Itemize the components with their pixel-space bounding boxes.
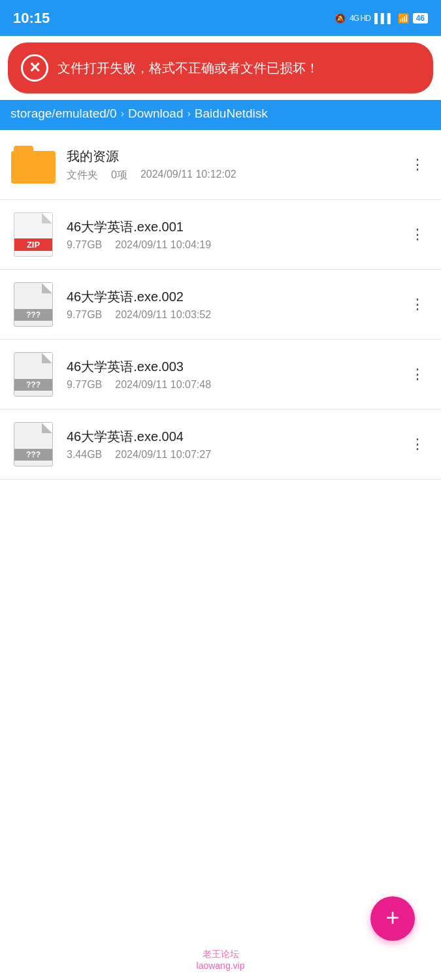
signal-text: 4G HD	[350, 14, 370, 23]
file-date: 2024/09/11 10:07:27	[115, 449, 211, 461]
more-button[interactable]: ⋮	[405, 365, 431, 384]
file-name: 46大学英语.exe.002	[67, 288, 395, 306]
file-info: 我的资源文件夹0项2024/09/11 10:12:02	[67, 148, 395, 182]
status-bar: 10:15 🔕 4G HD ▌▌▌ 📶 46	[0, 0, 441, 36]
mute-icon: 🔕	[335, 13, 346, 24]
list-item[interactable]: ???46大学英语.exe.0043.44GB2024/09/11 10:07:…	[0, 410, 441, 480]
file-size: 3.44GB	[67, 449, 102, 461]
error-icon: ✕	[21, 54, 48, 82]
wifi-icon: 📶	[398, 13, 409, 24]
file-info: 46大学英语.exe.0019.77GB2024/09/11 10:04:19	[67, 218, 395, 251]
breadcrumb-path3[interactable]: BaiduNetdisk	[195, 106, 268, 121]
file-name: 46大学英语.exe.004	[67, 428, 395, 446]
file-name: 46大学英语.exe.003	[67, 358, 395, 376]
file-meta: 9.77GB2024/09/11 10:07:48	[67, 379, 395, 391]
error-banner: ✕ 文件打开失败，格式不正确或者文件已损坏！	[8, 42, 433, 93]
list-item[interactable]: ZIP46大学英语.exe.0019.77GB2024/09/11 10:04:…	[0, 200, 441, 270]
file-count: 0项	[111, 169, 127, 182]
add-icon: +	[385, 906, 399, 930]
unknown-icon: ???	[10, 282, 56, 327]
file-meta: 9.77GB2024/09/11 10:03:52	[67, 309, 395, 321]
breadcrumb-sep1: ›	[121, 108, 124, 120]
more-button[interactable]: ⋮	[405, 225, 431, 244]
file-list: 我的资源文件夹0项2024/09/11 10:12:02⋮ZIP46大学英语.e…	[0, 130, 441, 718]
file-name: 我的资源	[67, 148, 395, 165]
watermark: 老王论坛 laowang.vip	[0, 949, 441, 971]
error-text: 文件打开失败，格式不正确或者文件已损坏！	[57, 59, 319, 77]
zip-icon: ZIP	[10, 212, 56, 257]
unknown-icon: ???	[10, 421, 56, 467]
file-meta: 9.77GB2024/09/11 10:04:19	[67, 239, 395, 251]
folder-icon	[10, 142, 56, 188]
file-size: 9.77GB	[67, 239, 102, 251]
add-button[interactable]: +	[370, 896, 415, 941]
breadcrumb-path2[interactable]: Download	[128, 106, 184, 121]
file-meta: 3.44GB2024/09/11 10:07:27	[67, 449, 395, 461]
breadcrumb-path1[interactable]: storage/emulated/0	[10, 106, 117, 121]
file-date: 2024/09/11 10:03:52	[115, 309, 211, 321]
status-time: 10:15	[13, 10, 50, 27]
file-date: 2024/09/11 10:07:48	[115, 379, 211, 391]
more-button[interactable]: ⋮	[405, 295, 431, 314]
file-name: 46大学英语.exe.001	[67, 218, 395, 236]
file-date: 2024/09/11 10:12:02	[140, 169, 237, 182]
file-meta: 文件夹0项2024/09/11 10:12:02	[67, 169, 395, 182]
status-icons: 🔕 4G HD ▌▌▌ 📶 46	[335, 13, 428, 24]
file-info: 46大学英语.exe.0039.77GB2024/09/11 10:07:48	[67, 358, 395, 391]
battery-badge: 46	[413, 13, 428, 24]
file-date: 2024/09/11 10:04:19	[115, 239, 211, 251]
more-button[interactable]: ⋮	[405, 155, 431, 174]
file-size: 9.77GB	[67, 309, 102, 321]
file-size: 9.77GB	[67, 379, 102, 391]
breadcrumb-sep2: ›	[188, 108, 191, 120]
list-item[interactable]: ???46大学英语.exe.0029.77GB2024/09/11 10:03:…	[0, 270, 441, 340]
unknown-icon: ???	[10, 351, 56, 397]
signal-icon: ▌▌▌	[374, 13, 394, 24]
breadcrumb[interactable]: storage/emulated/0 › Download › BaiduNet…	[0, 100, 441, 130]
list-item[interactable]: 我的资源文件夹0项2024/09/11 10:12:02⋮	[0, 130, 441, 200]
list-item[interactable]: ???46大学英语.exe.0039.77GB2024/09/11 10:07:…	[0, 340, 441, 410]
more-button[interactable]: ⋮	[405, 434, 431, 453]
file-info: 46大学英语.exe.0029.77GB2024/09/11 10:03:52	[67, 288, 395, 321]
file-info: 46大学英语.exe.0043.44GB2024/09/11 10:07:27	[67, 428, 395, 461]
file-subtitle: 文件夹	[67, 169, 98, 182]
watermark-line1: 老王论坛	[0, 949, 441, 960]
watermark-line2: laowang.vip	[0, 960, 441, 971]
